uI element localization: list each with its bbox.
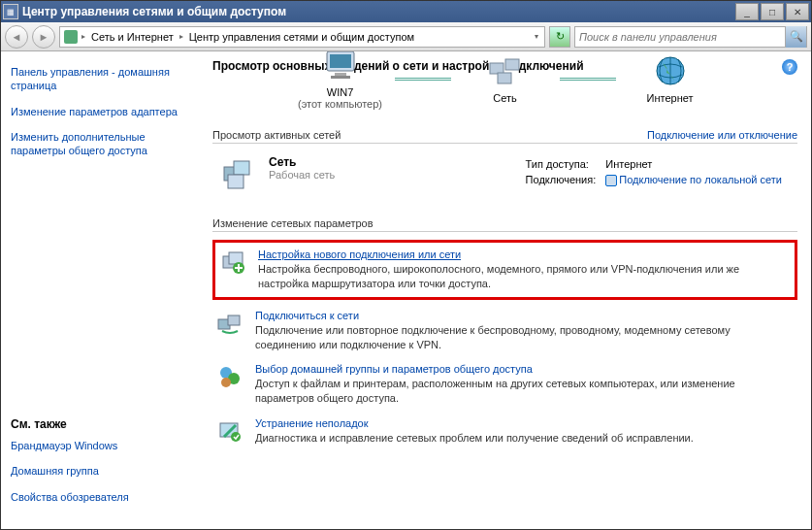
map-pc-name: WIN7 <box>292 86 389 98</box>
settings-item-title[interactable]: Устранение неполадок <box>255 417 369 429</box>
close-button[interactable]: ✕ <box>786 3 809 20</box>
settings-item-new-connection[interactable]: Настройка нового подключения или сети На… <box>212 240 797 300</box>
search-button[interactable]: 🔍 <box>785 26 806 48</box>
settings-item-homegroup[interactable]: Выбор домашней группы и параметров общег… <box>212 357 797 412</box>
map-network-label: Сеть <box>457 92 554 104</box>
active-networks-section: Просмотр активных сетей Подключение или … <box>212 129 797 198</box>
access-type-label: Тип доступа: <box>526 157 604 171</box>
change-settings-section: Изменение сетевых параметров Настройка н… <box>212 217 797 451</box>
system-icon: ▦ <box>3 4 18 19</box>
svg-rect-1 <box>330 54 351 68</box>
map-node-internet: Интернет <box>622 53 719 104</box>
chevron-right-icon: ▸ <box>80 32 87 41</box>
homegroup-icon <box>216 363 244 390</box>
network-category-icon <box>64 30 78 44</box>
window-titlebar: ▦ Центр управления сетями и общим доступ… <box>1 1 811 22</box>
network-devices-icon <box>485 53 526 90</box>
sidebar-link-internet-options[interactable]: Свойства обозревателя <box>11 490 189 504</box>
search-input[interactable] <box>575 31 785 43</box>
chevron-right-icon: ▸ <box>178 32 185 41</box>
search-box[interactable]: 🔍 <box>574 26 807 48</box>
breadcrumb-item-center[interactable]: Центр управления сетями и общим доступом <box>185 31 418 43</box>
computer-icon <box>320 51 361 84</box>
connections-label: Подключения: <box>526 173 604 187</box>
map-connector <box>560 78 616 81</box>
see-also-heading: См. также <box>11 417 189 431</box>
sidebar-link-homegroup[interactable]: Домашняя группа <box>11 464 189 478</box>
svg-point-18 <box>221 378 231 387</box>
sidebar-link-home[interactable]: Панель управления - домашняя страница <box>11 65 189 93</box>
svg-rect-2 <box>335 73 346 76</box>
settings-item-title[interactable]: Настройка нового подключения или сети <box>258 248 461 260</box>
settings-item-troubleshoot[interactable]: Устранение неполадок Диагностика и испра… <box>212 412 797 451</box>
connect-network-icon <box>216 310 244 337</box>
map-internet-label: Интернет <box>622 92 719 104</box>
chevron-down-icon[interactable]: ▾ <box>533 32 540 41</box>
window-title: Центр управления сетями и общим доступом <box>22 5 733 18</box>
svg-rect-15 <box>228 315 240 325</box>
access-type-value: Интернет <box>605 157 790 171</box>
troubleshoot-icon <box>216 417 244 445</box>
change-settings-label: Изменение сетевых параметров <box>212 217 379 229</box>
globe-icon <box>650 53 691 90</box>
sidebar-link-adapter-settings[interactable]: Изменение параметров адаптера <box>11 105 189 118</box>
lan-connection-icon <box>605 175 617 186</box>
new-connection-icon <box>219 248 246 276</box>
refresh-button[interactable]: ↻ <box>549 26 570 48</box>
sidebar-link-firewall[interactable]: Брандмауэр Windows <box>11 439 189 452</box>
svg-rect-10 <box>228 175 244 188</box>
map-node-network: Сеть <box>457 53 554 104</box>
svg-rect-4 <box>490 63 503 74</box>
svg-rect-3 <box>331 76 350 79</box>
settings-item-connect-network[interactable]: Подключиться к сети Подключение или повт… <box>212 304 797 358</box>
connect-disconnect-link[interactable]: Подключение или отключение <box>647 129 797 141</box>
map-pc-sub: (этот компьютер) <box>292 98 389 110</box>
maximize-button[interactable]: □ <box>761 3 784 20</box>
sidebar-link-advanced-sharing[interactable]: Изменить дополнительные параметры общего… <box>11 130 189 158</box>
svg-rect-9 <box>234 161 249 175</box>
svg-rect-12 <box>229 252 243 264</box>
forward-button[interactable]: ► <box>32 25 55 49</box>
settings-item-title[interactable]: Подключиться к сети <box>255 310 359 321</box>
lan-connection-link[interactable]: Подключение по локальной сети <box>619 174 782 185</box>
back-button[interactable]: ◄ <box>5 25 28 49</box>
main-content: ? Просмотр основных сведений о сети и на… <box>199 51 811 529</box>
minimize-button[interactable]: _ <box>735 3 759 20</box>
svg-point-20 <box>231 432 241 442</box>
map-node-this-pc: WIN7 (этот компьютер) <box>292 51 389 110</box>
settings-item-title[interactable]: Выбор домашней группы и параметров общег… <box>255 363 533 375</box>
svg-rect-6 <box>498 73 511 83</box>
active-network-name: Сеть <box>269 155 335 169</box>
settings-item-desc: Подключение или повторное подключение к … <box>255 323 794 352</box>
settings-item-desc: Доступ к файлам и принтерам, расположенн… <box>255 377 794 406</box>
help-icon[interactable]: ? <box>782 59 797 75</box>
settings-item-desc: Диагностика и исправление сетевых пробле… <box>255 431 694 446</box>
active-network-type[interactable]: Рабочая сеть <box>269 169 335 181</box>
network-map: WIN7 (этот компьютер) Сеть Интернет <box>212 51 797 110</box>
settings-item-desc: Настройка беспроводного, широкополосного… <box>258 262 791 291</box>
network-details-table: Тип доступа: Интернет Подключения: Подкл… <box>524 155 792 189</box>
navigation-bar: ◄ ► ▸ Сеть и Интернет ▸ Центр управления… <box>1 22 811 51</box>
breadcrumb-item-network[interactable]: Сеть и Интернет <box>87 31 178 43</box>
breadcrumb[interactable]: ▸ Сеть и Интернет ▸ Центр управления сет… <box>59 26 545 48</box>
sidebar: Панель управления - домашняя страница Из… <box>1 51 199 529</box>
active-networks-label: Просмотр активных сетей <box>212 129 346 141</box>
map-connector <box>395 78 451 81</box>
network-icon <box>218 155 257 194</box>
svg-rect-5 <box>505 59 519 70</box>
